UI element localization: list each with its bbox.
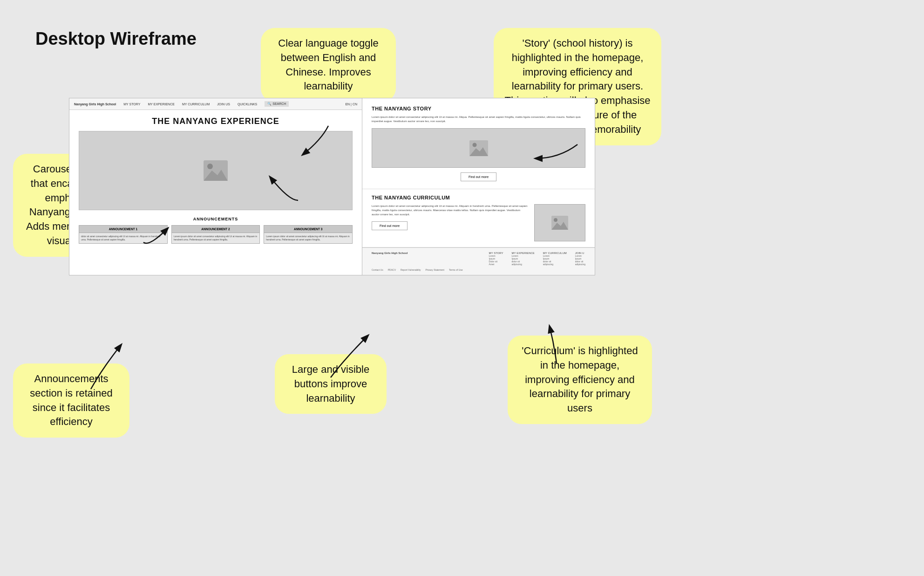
- wf-header-title: THE NANYANG EXPERIENCE: [69, 117, 362, 126]
- curriculum-image-placeholder-icon: [551, 216, 568, 230]
- svg-point-4: [472, 143, 476, 147]
- svg-point-7: [554, 218, 557, 222]
- wf-footer-privacy: Privacy Statement: [425, 268, 444, 271]
- wf-footer-terms: Terms of Use: [449, 268, 462, 271]
- wf-footer-pdacv: PDACV: [388, 268, 396, 271]
- wf-curriculum-content: Lorem ipsum dolor sit amet consectetur a…: [372, 204, 585, 241]
- wf-ann-card-title-3: ANNOUNCEMENT 3: [264, 226, 352, 233]
- wf-footer-nav: Nanyang Girls High School MY STORYLoremI…: [372, 252, 585, 266]
- wf-curriculum-title: THE NANYANG CURRICULUM: [372, 195, 585, 200]
- wf-footer: Nanyang Girls High School MY STORYLoremI…: [362, 247, 595, 275]
- wf-nav-my-experience: MY EXPERIENCE: [148, 103, 174, 106]
- wf-nav-join-us: JOIN US: [217, 103, 230, 106]
- wf-curriculum-section: THE NANYANG CURRICULUM Lorem ipsum dolor…: [362, 189, 595, 247]
- wf-story-title: THE NANYANG STORY: [372, 106, 585, 111]
- wf-footer-experience: MY EXPERIENCELoremIpsumdolor sitadipisci…: [512, 252, 535, 266]
- wf-search[interactable]: 🔍 SEARCH: [265, 101, 289, 107]
- wireframe-right-panel: THE NANYANG STORY Lorem ipsum dolor sit …: [362, 98, 595, 275]
- wf-story-text: Lorem ipsum dolor sit amet consectetur a…: [372, 115, 585, 123]
- arrows-layer: [0, 0, 924, 576]
- annotation-bottom-left: Announcements section is retained since …: [13, 363, 129, 438]
- wf-story-image: [372, 128, 585, 168]
- wf-footer-links: Contact Us PDACV Report Vulnerability Pr…: [372, 268, 585, 271]
- wf-ann-title: ANNOUNCEMENTS: [79, 217, 353, 221]
- annotation-bottom-center: Large and visible buttons improve learna…: [275, 354, 387, 414]
- wf-ann-card-2: ANNOUNCEMENT 2 Lorem ipsum dolor sit ame…: [171, 225, 260, 244]
- wf-ann-card-title-2: ANNOUNCEMENT 2: [172, 226, 260, 233]
- wireframe-navbar: Nanyang Girls High School MY STORY MY EX…: [69, 98, 362, 110]
- wf-hero-image: [79, 131, 353, 210]
- wf-curriculum-find-btn[interactable]: Find out more: [372, 221, 408, 230]
- wf-footer-report: Report Vulnerability: [401, 268, 421, 271]
- wf-nav-my-curriculum: MY CURRICULUM: [182, 103, 210, 106]
- image-placeholder-icon: [204, 160, 228, 181]
- wf-story-find-btn[interactable]: Find out more: [461, 172, 496, 181]
- story-image-placeholder-icon: [469, 140, 488, 156]
- annotation-top-center: Clear language toggle between English an…: [261, 28, 396, 102]
- annotation-bottom-right: 'Curriculum' is highlighted in the homep…: [508, 336, 652, 424]
- wf-ann-card-body-2: Lorem ipsum dolor sit amet consectetur a…: [172, 233, 260, 243]
- wf-announcements-section: ANNOUNCEMENTS ANNOUNCEMENT 1 dolor sit a…: [79, 217, 353, 244]
- wf-footer-curriculum: MY CURRICULUMLoremIpsumdolor sitadipisci…: [543, 252, 567, 266]
- wireframe-left-panel: Nanyang Girls High School MY STORY MY EX…: [69, 98, 362, 275]
- wf-footer-nav-links: MY STORYLoremIpsumDolor sitAmet MY EXPER…: [489, 252, 585, 266]
- wf-footer-story: MY STORYLoremIpsumDolor sitAmet: [489, 252, 503, 266]
- wf-ann-card-title-1: ANNOUNCEMENT 1: [79, 226, 167, 233]
- wf-logo: Nanyang Girls High School: [74, 103, 116, 106]
- wf-nav-my-story: MY STORY: [123, 103, 140, 106]
- wf-nav-quicklinks: QUICKLINKS: [238, 103, 257, 106]
- wf-ann-card-body-3: Lorem ipsum dolor sit amet consectetur a…: [264, 233, 352, 243]
- wf-curriculum-image: [534, 204, 585, 241]
- wf-curriculum-text-block: Lorem ipsum dolor sit amet consectetur a…: [372, 204, 529, 241]
- wf-ann-card-1: ANNOUNCEMENT 1 dolor sit amet consectetu…: [79, 225, 168, 244]
- wf-curriculum-body: Lorem ipsum dolor sit amet consectetur a…: [372, 204, 529, 217]
- wf-lang-toggle[interactable]: EN | CN: [345, 103, 357, 106]
- svg-point-1: [207, 164, 213, 169]
- wireframe-area: Nanyang Girls High School MY STORY MY EX…: [69, 98, 595, 275]
- wf-footer-join: JOIN ULoremIpsumdolor sitadipiscing: [575, 252, 585, 266]
- wf-footer-contact: Contact Us: [372, 268, 383, 271]
- wf-ann-card-3: ANNOUNCEMENT 3 Lorem ipsum dolor sit ame…: [264, 225, 353, 244]
- wf-ann-card-body-1: dolor sit amet consectetur adipiscing el…: [79, 233, 167, 243]
- wf-story-section: THE NANYANG STORY Lorem ipsum dolor sit …: [362, 98, 595, 189]
- page-title: Desktop Wireframe: [35, 29, 197, 49]
- wf-ann-cards: ANNOUNCEMENT 1 dolor sit amet consectetu…: [79, 225, 353, 244]
- wf-footer-logo: Nanyang Girls High School: [372, 252, 408, 266]
